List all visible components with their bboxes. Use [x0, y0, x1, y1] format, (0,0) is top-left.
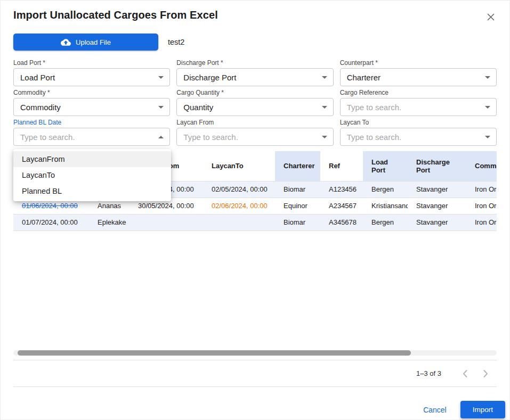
- col-header-load-port[interactable]: Load Port: [363, 151, 408, 181]
- import-button[interactable]: Import: [460, 401, 505, 418]
- cell: [129, 214, 203, 230]
- upload-file-label: Upload File: [76, 38, 111, 46]
- planned-bl-date-select[interactable]: Type to search.: [13, 128, 170, 146]
- cell: Equinor: [275, 197, 320, 214]
- close-button[interactable]: [483, 9, 499, 27]
- scrollbar-thumb[interactable]: [18, 350, 411, 356]
- discharge-port-select[interactable]: Discharge Port: [176, 68, 333, 86]
- dialog-header: Import Unallocated Cargoes From Excel: [1, 1, 509, 29]
- chevron-down-icon: [158, 106, 164, 109]
- load-port-select[interactable]: Load Port: [13, 68, 170, 86]
- planned-bl-dropdown-menu: LaycanFromLaycanToPlanned BL: [13, 149, 171, 201]
- cell: 02/06/2024, 00:00: [203, 197, 275, 214]
- field-label: Laycan From: [176, 119, 333, 126]
- col-header-ref[interactable]: Ref: [320, 151, 363, 181]
- chevron-down-icon: [322, 136, 327, 138]
- commodity-select[interactable]: Commodity: [13, 98, 170, 116]
- cell: Bergen: [363, 181, 408, 197]
- pagination-range-label: 1–3 of 3: [416, 369, 441, 377]
- field-cargo-reference: Cargo ReferenceType to search.: [340, 89, 497, 116]
- cancel-button[interactable]: Cancel: [419, 402, 451, 417]
- cell: Iron Ore: [466, 197, 497, 214]
- field-commodity: Commodity *Commodity: [13, 89, 170, 116]
- cell: Eplekake: [89, 214, 129, 230]
- select-value: Charterer: [347, 73, 381, 82]
- chevron-down-icon: [158, 76, 164, 79]
- uploaded-file-name: test2: [168, 38, 184, 46]
- field-laycan-to: Laycan ToType to search.: [340, 119, 497, 146]
- cell: Biomar: [275, 181, 320, 197]
- select-placeholder: Type to search.: [20, 133, 75, 142]
- dialog-actions: Cancel Import: [1, 401, 505, 418]
- cloud-upload-icon: [61, 37, 71, 47]
- dropdown-option-planned-bl[interactable]: Planned BL: [13, 183, 171, 199]
- laycan-from-select[interactable]: Type to search.: [176, 128, 333, 146]
- field-counterpart: Counterpart *Charterer: [340, 59, 497, 86]
- field-planned-bl-date: Planned BL DateType to search.: [13, 119, 170, 146]
- counterpart-select[interactable]: Charterer: [340, 68, 497, 86]
- cell: 01/07/2024, 00:00: [13, 214, 89, 230]
- laycan-to-select[interactable]: Type to search.: [340, 128, 497, 146]
- next-page-button[interactable]: [479, 367, 492, 381]
- dropdown-option-laycanto[interactable]: LaycanTo: [13, 167, 171, 183]
- chevron-down-icon: [485, 106, 490, 109]
- field-label: Commodity *: [13, 89, 170, 96]
- field-cargo-quantity: Cargo Quantity *Quantity: [176, 89, 333, 116]
- cell: Stavanger: [408, 181, 466, 197]
- close-icon: [485, 17, 497, 24]
- field-label: Load Port *: [13, 59, 170, 67]
- horizontal-scrollbar[interactable]: [13, 350, 497, 356]
- cargo-quantity-select[interactable]: Quantity: [176, 98, 333, 116]
- col-header-discharge-port[interactable]: Discharge Port: [408, 151, 466, 181]
- field-discharge-port: Discharge Port *Discharge Port: [176, 59, 333, 86]
- col-header-commodity[interactable]: Commodity: [466, 151, 497, 181]
- cell: Stavanger: [408, 197, 466, 214]
- cell: [203, 214, 275, 230]
- previous-page-button[interactable]: [458, 367, 472, 381]
- select-value: Quantity: [183, 103, 213, 112]
- field-label: Planned BL Date: [13, 119, 170, 126]
- field-label: Cargo Reference: [340, 89, 497, 96]
- cargo-reference-select[interactable]: Type to search.: [340, 98, 497, 116]
- select-value: Commodity: [20, 103, 61, 112]
- select-value: Load Port: [20, 73, 55, 82]
- upload-row: Upload File test2: [13, 34, 497, 51]
- cell: A345678: [320, 214, 363, 230]
- chevron-down-icon: [485, 136, 490, 138]
- field-label: Discharge Port *: [176, 59, 333, 67]
- cell: A123456: [320, 181, 363, 197]
- dropdown-option-laycanfrom[interactable]: LaycanFrom: [13, 151, 171, 167]
- cell: 02/05/2024, 00:00: [203, 181, 275, 197]
- field-label: Laycan To: [340, 119, 497, 126]
- chevron-left-icon: [459, 367, 472, 380]
- field-label: Cargo Quantity *: [176, 89, 333, 96]
- select-placeholder: Type to search.: [183, 133, 238, 142]
- field-label: Counterpart *: [340, 59, 497, 67]
- table-row[interactable]: 01/07/2024, 00:00EplekakeBiomarA345678Be…: [13, 214, 497, 230]
- chevron-down-icon: [322, 76, 327, 79]
- col-header-charterer[interactable]: Charterer: [275, 151, 320, 181]
- chevron-down-icon: [322, 106, 327, 109]
- field-load-port: Load Port *Load Port: [13, 59, 170, 86]
- cell: Kristiansand: [363, 197, 408, 214]
- chevron-right-icon: [479, 367, 492, 380]
- upload-file-button[interactable]: Upload File: [13, 34, 158, 51]
- select-placeholder: Type to search.: [347, 133, 402, 142]
- field-laycan-from: Laycan FromType to search.: [176, 119, 333, 146]
- pagination: 1–3 of 3: [13, 360, 497, 387]
- cell: Iron Ore: [466, 214, 497, 230]
- cell: Iron Ore: [466, 181, 497, 197]
- table-section: LaycanFromLaycanToPlanned BL LaycanFromL…: [13, 151, 497, 387]
- dialog-title: Import Unallocated Cargoes From Excel: [13, 9, 218, 21]
- cell: A234567: [320, 197, 363, 214]
- cell: Stavanger: [408, 214, 466, 230]
- chevron-up-icon: [158, 136, 164, 138]
- select-placeholder: Type to search.: [347, 103, 402, 112]
- chevron-down-icon: [485, 76, 490, 79]
- cell: Biomar: [275, 214, 320, 230]
- cell: Bergen: [363, 214, 408, 230]
- col-header-laycanto[interactable]: LaycanTo: [203, 151, 275, 181]
- import-cargoes-dialog: Import Unallocated Cargoes From Excel Up…: [0, 0, 510, 420]
- select-value: Discharge Port: [183, 73, 236, 82]
- mapping-form: Load Port *Load PortDischarge Port *Disc…: [13, 59, 497, 146]
